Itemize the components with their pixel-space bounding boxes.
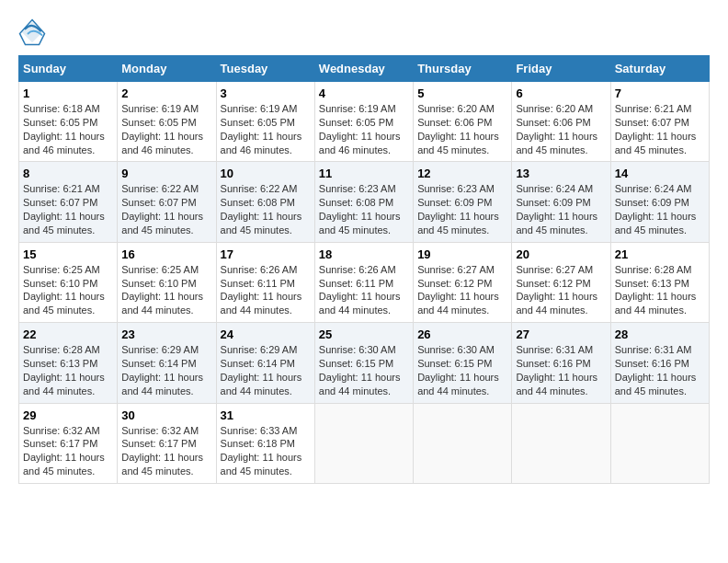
day-number: 26 <box>417 327 507 341</box>
day-number: 14 <box>615 167 705 180</box>
day-number: 18 <box>319 247 409 261</box>
calendar-cell <box>610 403 709 483</box>
calendar-cell: 11 Sunrise: 6:23 AMSunset: 6:08 PMDaylig… <box>314 162 413 242</box>
calendar-cell: 5 Sunrise: 6:20 AMSunset: 6:06 PMDayligh… <box>414 82 512 162</box>
cell-content: Sunrise: 6:27 AMSunset: 6:12 PMDaylight:… <box>516 264 597 316</box>
calendar-cell: 7 Sunrise: 6:21 AMSunset: 6:07 PMDayligh… <box>610 82 709 162</box>
calendar-cell: 13 Sunrise: 6:24 AMSunset: 6:09 PMDaylig… <box>512 162 610 242</box>
calendar-cell: 9 Sunrise: 6:22 AMSunset: 6:07 PMDayligh… <box>118 162 216 242</box>
cell-content: Sunrise: 6:23 AMSunset: 6:08 PMDaylight:… <box>319 183 401 236</box>
calendar-cell: 3 Sunrise: 6:19 AMSunset: 6:05 PMDayligh… <box>216 82 314 162</box>
header-cell-wednesday: Wednesday <box>314 56 413 82</box>
cell-content: Sunrise: 6:22 AMSunset: 6:07 PMDaylight:… <box>121 183 203 236</box>
cell-content: Sunrise: 6:24 AMSunset: 6:09 PMDaylight:… <box>516 183 597 236</box>
calendar-cell: 15 Sunrise: 6:25 AMSunset: 6:10 PMDaylig… <box>19 242 118 322</box>
cell-content: Sunrise: 6:18 AMSunset: 6:05 PMDaylight:… <box>23 103 105 155</box>
header-cell-monday: Monday <box>118 56 216 82</box>
day-number: 25 <box>319 327 409 341</box>
day-number: 9 <box>121 167 211 180</box>
calendar-table: SundayMondayTuesdayWednesdayThursdayFrid… <box>18 55 710 484</box>
day-number: 1 <box>23 86 113 100</box>
cell-content: Sunrise: 6:28 AMSunset: 6:13 PMDaylight:… <box>615 264 697 316</box>
cell-content: Sunrise: 6:20 AMSunset: 6:06 PMDaylight:… <box>417 103 499 155</box>
calendar-cell: 12 Sunrise: 6:23 AMSunset: 6:09 PMDaylig… <box>414 162 512 242</box>
cell-content: Sunrise: 6:32 AMSunset: 6:17 PMDaylight:… <box>23 425 105 477</box>
day-number: 24 <box>221 327 311 341</box>
calendar-cell: 25 Sunrise: 6:30 AMSunset: 6:15 PMDaylig… <box>314 323 413 403</box>
calendar-cell: 31 Sunrise: 6:33 AMSunset: 6:18 PMDaylig… <box>216 403 314 483</box>
cell-content: Sunrise: 6:25 AMSunset: 6:10 PMDaylight:… <box>23 264 105 316</box>
day-number: 6 <box>516 86 606 100</box>
day-number: 20 <box>516 247 606 261</box>
calendar-cell: 20 Sunrise: 6:27 AMSunset: 6:12 PMDaylig… <box>512 242 610 322</box>
cell-content: Sunrise: 6:25 AMSunset: 6:10 PMDaylight:… <box>121 264 203 316</box>
header-cell-thursday: Thursday <box>414 56 512 82</box>
calendar-cell: 18 Sunrise: 6:26 AMSunset: 6:11 PMDaylig… <box>314 242 413 322</box>
cell-content: Sunrise: 6:29 AMSunset: 6:14 PMDaylight:… <box>221 344 302 396</box>
header-row: SundayMondayTuesdayWednesdayThursdayFrid… <box>19 56 710 82</box>
day-number: 5 <box>417 86 507 100</box>
day-number: 17 <box>221 247 311 261</box>
day-number: 2 <box>121 86 211 100</box>
day-number: 29 <box>23 408 113 422</box>
calendar-cell: 28 Sunrise: 6:31 AMSunset: 6:16 PMDaylig… <box>610 323 709 403</box>
day-number: 10 <box>221 167 311 180</box>
cell-content: Sunrise: 6:33 AMSunset: 6:18 PMDaylight:… <box>221 425 302 477</box>
cell-content: Sunrise: 6:21 AMSunset: 6:07 PMDaylight:… <box>615 103 697 155</box>
cell-content: Sunrise: 6:28 AMSunset: 6:13 PMDaylight:… <box>23 344 105 396</box>
week-row-2: 8 Sunrise: 6:21 AMSunset: 6:07 PMDayligh… <box>19 162 710 242</box>
header-cell-saturday: Saturday <box>610 56 709 82</box>
cell-content: Sunrise: 6:27 AMSunset: 6:12 PMDaylight:… <box>417 264 499 316</box>
calendar-cell: 16 Sunrise: 6:25 AMSunset: 6:10 PMDaylig… <box>118 242 216 322</box>
day-number: 22 <box>23 327 113 341</box>
calendar-cell: 17 Sunrise: 6:26 AMSunset: 6:11 PMDaylig… <box>216 242 314 322</box>
day-number: 16 <box>121 247 211 261</box>
week-row-3: 15 Sunrise: 6:25 AMSunset: 6:10 PMDaylig… <box>19 242 710 322</box>
cell-content: Sunrise: 6:29 AMSunset: 6:14 PMDaylight:… <box>121 344 203 396</box>
cell-content: Sunrise: 6:20 AMSunset: 6:06 PMDaylight:… <box>516 103 597 155</box>
cell-content: Sunrise: 6:32 AMSunset: 6:17 PMDaylight:… <box>121 425 203 477</box>
week-row-1: 1 Sunrise: 6:18 AMSunset: 6:05 PMDayligh… <box>19 82 710 162</box>
day-number: 23 <box>121 327 211 341</box>
cell-content: Sunrise: 6:19 AMSunset: 6:05 PMDaylight:… <box>121 103 203 155</box>
calendar-cell: 26 Sunrise: 6:30 AMSunset: 6:15 PMDaylig… <box>414 323 512 403</box>
calendar-cell: 10 Sunrise: 6:22 AMSunset: 6:08 PMDaylig… <box>216 162 314 242</box>
day-number: 21 <box>615 247 705 261</box>
calendar-cell: 23 Sunrise: 6:29 AMSunset: 6:14 PMDaylig… <box>118 323 216 403</box>
calendar-body: 1 Sunrise: 6:18 AMSunset: 6:05 PMDayligh… <box>19 82 710 484</box>
cell-content: Sunrise: 6:31 AMSunset: 6:16 PMDaylight:… <box>516 344 597 396</box>
cell-content: Sunrise: 6:23 AMSunset: 6:09 PMDaylight:… <box>417 183 499 236</box>
calendar-cell: 21 Sunrise: 6:28 AMSunset: 6:13 PMDaylig… <box>610 242 709 322</box>
calendar-cell <box>314 403 413 483</box>
day-number: 3 <box>221 86 311 100</box>
calendar-cell: 22 Sunrise: 6:28 AMSunset: 6:13 PMDaylig… <box>19 323 118 403</box>
cell-content: Sunrise: 6:26 AMSunset: 6:11 PMDaylight:… <box>319 264 401 316</box>
cell-content: Sunrise: 6:30 AMSunset: 6:15 PMDaylight:… <box>319 344 401 396</box>
calendar-cell: 30 Sunrise: 6:32 AMSunset: 6:17 PMDaylig… <box>118 403 216 483</box>
calendar-cell: 29 Sunrise: 6:32 AMSunset: 6:17 PMDaylig… <box>19 403 118 483</box>
day-number: 19 <box>417 247 507 261</box>
day-number: 31 <box>221 408 311 422</box>
calendar-cell: 6 Sunrise: 6:20 AMSunset: 6:06 PMDayligh… <box>512 82 610 162</box>
cell-content: Sunrise: 6:30 AMSunset: 6:15 PMDaylight:… <box>417 344 499 396</box>
day-number: 28 <box>615 327 705 341</box>
calendar-cell: 2 Sunrise: 6:19 AMSunset: 6:05 PMDayligh… <box>118 82 216 162</box>
day-number: 12 <box>417 167 507 180</box>
calendar-cell: 1 Sunrise: 6:18 AMSunset: 6:05 PMDayligh… <box>19 82 118 162</box>
week-row-4: 22 Sunrise: 6:28 AMSunset: 6:13 PMDaylig… <box>19 323 710 403</box>
day-number: 8 <box>23 167 113 180</box>
calendar-cell <box>414 403 512 483</box>
cell-content: Sunrise: 6:26 AMSunset: 6:11 PMDaylight:… <box>221 264 302 316</box>
cell-content: Sunrise: 6:19 AMSunset: 6:05 PMDaylight:… <box>319 103 401 155</box>
day-number: 4 <box>319 86 409 100</box>
day-number: 15 <box>23 247 113 261</box>
calendar-cell: 8 Sunrise: 6:21 AMSunset: 6:07 PMDayligh… <box>19 162 118 242</box>
cell-content: Sunrise: 6:19 AMSunset: 6:05 PMDaylight:… <box>221 103 302 155</box>
calendar-cell <box>512 403 610 483</box>
cell-content: Sunrise: 6:24 AMSunset: 6:09 PMDaylight:… <box>615 183 697 236</box>
cell-content: Sunrise: 6:21 AMSunset: 6:07 PMDaylight:… <box>23 183 105 236</box>
calendar-cell: 19 Sunrise: 6:27 AMSunset: 6:12 PMDaylig… <box>414 242 512 322</box>
day-number: 11 <box>319 167 409 180</box>
cell-content: Sunrise: 6:22 AMSunset: 6:08 PMDaylight:… <box>221 183 302 236</box>
header-cell-sunday: Sunday <box>19 56 118 82</box>
